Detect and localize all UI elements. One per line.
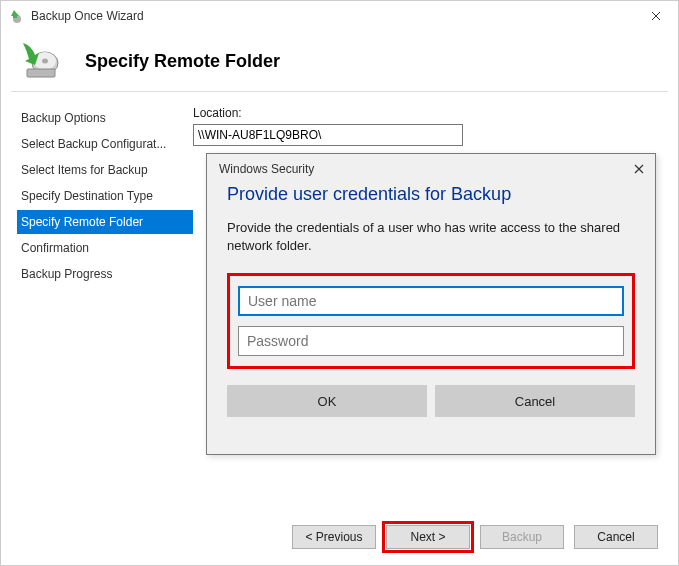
sidebar-item-select-items[interactable]: Select Items for Backup [17, 158, 193, 182]
close-icon [634, 164, 644, 174]
wizard-sidebar: Backup Options Select Backup Configurat.… [1, 92, 193, 492]
sidebar-item-destination-type[interactable]: Specify Destination Type [17, 184, 193, 208]
window-title: Backup Once Wizard [31, 9, 144, 23]
sidebar-item-progress[interactable]: Backup Progress [17, 262, 193, 286]
close-icon [651, 11, 661, 21]
svg-rect-4 [27, 69, 55, 77]
username-input[interactable] [238, 286, 624, 316]
previous-button[interactable]: < Previous [292, 525, 376, 549]
location-input[interactable] [193, 124, 463, 146]
dialog-title: Windows Security [219, 162, 314, 176]
app-icon [9, 8, 25, 24]
dialog-heading: Provide user credentials for Backup [227, 184, 635, 205]
window-titlebar: Backup Once Wizard [1, 1, 678, 31]
dialog-titlebar: Windows Security [207, 154, 655, 184]
window-close-button[interactable] [634, 1, 678, 31]
cancel-button[interactable]: Cancel [574, 525, 658, 549]
location-label: Location: [193, 106, 658, 120]
dialog-fields-highlight [227, 273, 635, 369]
sidebar-item-select-config[interactable]: Select Backup Configurat... [17, 132, 193, 156]
sidebar-item-confirmation[interactable]: Confirmation [17, 236, 193, 260]
credentials-dialog: Windows Security Provide user credential… [206, 153, 656, 455]
sidebar-item-backup-options[interactable]: Backup Options [17, 106, 193, 130]
backup-icon [19, 41, 59, 81]
dialog-ok-button[interactable]: OK [227, 385, 427, 417]
svg-point-3 [42, 59, 48, 64]
page-title: Specify Remote Folder [85, 51, 280, 72]
dialog-cancel-button[interactable]: Cancel [435, 385, 635, 417]
backup-button: Backup [480, 525, 564, 549]
password-input[interactable] [238, 326, 624, 356]
page-header: Specify Remote Folder [1, 31, 678, 91]
next-button[interactable]: Next > [386, 525, 470, 549]
dialog-text: Provide the credentials of a user who ha… [227, 219, 635, 255]
sidebar-item-remote-folder[interactable]: Specify Remote Folder [17, 210, 193, 234]
dialog-close-button[interactable] [629, 159, 649, 179]
wizard-footer: < Previous Next > Backup Cancel [292, 525, 658, 549]
